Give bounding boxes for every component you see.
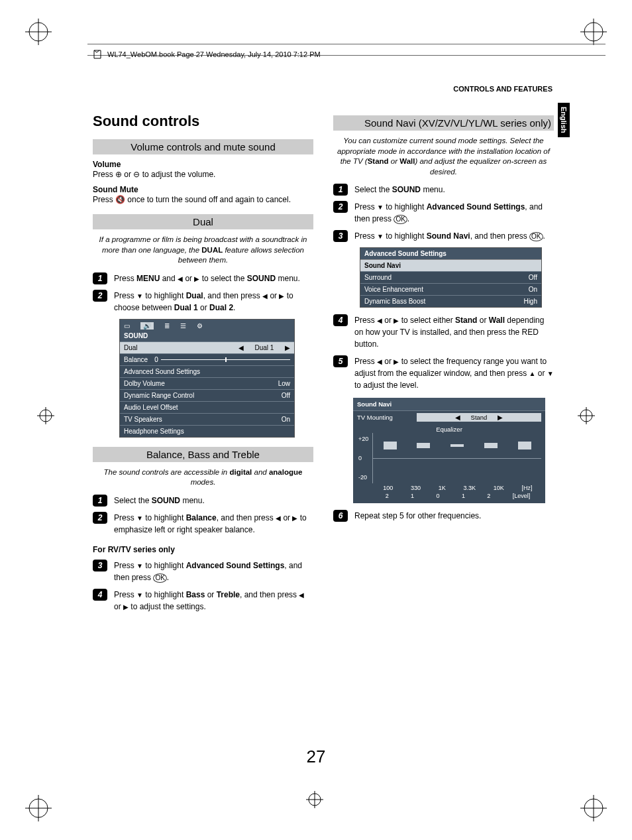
left-arrow-icon: ◀ bbox=[377, 317, 382, 324]
step-badge-2: 2 bbox=[93, 512, 107, 524]
osd-row-drc: Dynamic Range ControlOff bbox=[120, 389, 294, 401]
step-badge-1: 1 bbox=[93, 495, 107, 507]
balance-intro: The sound controls are accessible in dig… bbox=[93, 467, 313, 488]
cropmark-top-left-icon bbox=[25, 19, 52, 45]
right-column: Sound Navi (XV/ZV/VL/YL/WL series only) … bbox=[333, 113, 554, 618]
mute-text: Press 🔇 once to turn the sound off and a… bbox=[93, 194, 313, 205]
cropmark-top-right-icon bbox=[580, 19, 607, 45]
step-badge-5: 5 bbox=[333, 355, 348, 367]
left-arrow-icon: ◀ bbox=[276, 514, 281, 522]
book-tag-text: WL74_WebOM.book Page 27 Wednesday, July … bbox=[107, 50, 321, 58]
osd-row-dolby: Dolby VolumeLow bbox=[120, 377, 294, 389]
book-header-tag: WL74_WebOM.book Page 27 Wednesday, July … bbox=[93, 49, 321, 60]
sound-tab-icon: 🔊 bbox=[140, 322, 154, 330]
navi-step6: 6 Repeat step 5 for other frequencies. bbox=[333, 510, 554, 522]
ok-button-icon: OK bbox=[529, 232, 543, 241]
osd-adv-voice: Voice EnhancementOn bbox=[360, 283, 541, 295]
volume-header: Volume controls and mute sound bbox=[93, 139, 313, 154]
regmark-right-icon bbox=[578, 407, 595, 426]
cropmark-bottom-right-icon bbox=[580, 795, 607, 821]
step-badge-3: 3 bbox=[93, 560, 107, 571]
left-arrow-icon: ◀ bbox=[377, 358, 382, 365]
left-arrow-icon: ◀ bbox=[299, 591, 304, 599]
right-arrow-icon: ▶ bbox=[123, 603, 129, 611]
language-tab: English bbox=[558, 103, 570, 137]
osd-row-tvspk: TV SpeakersOn bbox=[120, 413, 294, 425]
main-title: Sound controls bbox=[93, 113, 313, 130]
step-badge-4: 4 bbox=[333, 314, 348, 326]
osd-row-hp: Headphone Settings bbox=[120, 425, 294, 437]
dual-header: Dual bbox=[93, 214, 313, 229]
osd-adv-title: Advanced Sound Settings bbox=[360, 248, 541, 259]
dual-step2: 2 Press ▼ to highlight Dual, and then pr… bbox=[93, 290, 313, 314]
step-badge-1: 1 bbox=[333, 184, 348, 196]
eq-yaxis: +20 0 -20 bbox=[357, 433, 372, 483]
vol-down-icon: ⊖ bbox=[133, 170, 140, 179]
osd-title: SOUND bbox=[120, 331, 294, 341]
down-arrow-icon: ▼ bbox=[136, 562, 143, 570]
mute-label: Sound Mute bbox=[93, 185, 313, 194]
osd-row-balance: Balance0 bbox=[120, 353, 294, 365]
picture-icon: ▭ bbox=[124, 322, 130, 330]
ok-button-icon: OK bbox=[394, 215, 407, 224]
page-number: 27 bbox=[0, 747, 632, 767]
dual-step1: 1 Press MENU and ◀ or ▶ to select the SO… bbox=[93, 272, 313, 284]
step-badge-2: 2 bbox=[93, 290, 107, 302]
balance-step3: 3 Press ▼ to highlight Advanced Sound Se… bbox=[93, 560, 313, 583]
ok-button-icon: OK bbox=[153, 573, 166, 583]
down-arrow-icon: ▼ bbox=[136, 514, 143, 522]
osd-adv-menu: Advanced Sound Settings Sound Navi Surro… bbox=[360, 247, 542, 308]
step-badge-2: 2 bbox=[333, 201, 348, 213]
sliders-icon: ☰ bbox=[180, 322, 186, 330]
book-icon bbox=[93, 49, 103, 60]
eq-bar-10k bbox=[518, 442, 531, 450]
eq-graph: +20 0 -20 bbox=[353, 433, 545, 483]
navi-step1: 1 Select the SOUND menu. bbox=[333, 184, 554, 196]
navi-intro: You can customize current sound mode set… bbox=[333, 136, 554, 177]
cropmark-bottom-left-icon bbox=[25, 795, 52, 821]
volume-label: Volume bbox=[93, 160, 313, 169]
step-badge-4: 4 bbox=[93, 589, 107, 601]
step-badge-3: 3 bbox=[333, 230, 348, 242]
dual-intro: If a programme or film is being broadcas… bbox=[93, 235, 313, 266]
osd-row-alo: Audio Level Offset bbox=[120, 401, 294, 413]
eq-title: Sound Navi bbox=[353, 398, 545, 410]
balance-header: Balance, Bass and Treble bbox=[93, 447, 313, 462]
navi-header: Sound Navi (XV/ZV/VL/YL/WL series only) bbox=[333, 115, 554, 131]
left-arrow-icon: ◀ bbox=[178, 275, 183, 282]
osd-adv-sub: Sound Navi bbox=[360, 259, 541, 271]
osd-adv-bass: Dynamic Bass BoostHigh bbox=[360, 295, 541, 307]
osd-row-dual: Dual◀ Dual 1 ▶ bbox=[120, 341, 294, 353]
eq-bar-330 bbox=[417, 443, 430, 448]
eq-mount-value: ◀ Stand ▶ bbox=[417, 413, 541, 422]
regmark-left-icon bbox=[37, 407, 54, 426]
eq-bar-1k bbox=[450, 444, 464, 447]
navi-step5: 5 Press ◀ or ▶ to select the frequency r… bbox=[333, 355, 554, 391]
mute-icon: 🔇 bbox=[115, 195, 125, 204]
osd-sound-menu: ▭ 🔊 ≣ ☰ ⚙ SOUND Dual◀ Dual 1 ▶ Balance0 … bbox=[119, 319, 295, 438]
eq-mount-row: TV Mounting ◀ Stand ▶ bbox=[353, 410, 545, 424]
down-arrow-icon: ▼ bbox=[136, 292, 143, 300]
eq-bar-3k3 bbox=[484, 443, 498, 448]
section-header: CONTROLS AND FEATURES bbox=[453, 85, 553, 93]
left-column: Sound controls Volume controls and mute … bbox=[93, 113, 313, 618]
balance-step2: 2 Press ▼ to highlight Balance, and then… bbox=[93, 512, 313, 536]
list-icon: ≣ bbox=[164, 322, 170, 330]
eq-subtitle: Equalizer bbox=[353, 424, 545, 433]
rv-header: For RV/TV series only bbox=[93, 545, 313, 554]
step-badge-1: 1 bbox=[93, 272, 107, 284]
down-arrow-icon: ▼ bbox=[377, 233, 384, 240]
up-arrow-icon: ▲ bbox=[529, 370, 535, 377]
gear-icon: ⚙ bbox=[197, 322, 203, 330]
navi-step4: 4 Press ◀ or ▶ to select either Stand or… bbox=[333, 314, 554, 350]
eq-levels: 21012[Level] bbox=[353, 491, 545, 499]
down-arrow-icon: ▼ bbox=[136, 591, 143, 599]
regmark-bottom-icon bbox=[306, 791, 323, 810]
left-arrow-icon: ◀ bbox=[262, 292, 268, 300]
step-badge-6: 6 bbox=[333, 510, 348, 522]
down-arrow-icon: ▼ bbox=[547, 370, 554, 377]
vol-up-icon: ⊕ bbox=[115, 170, 122, 179]
osd-adv-surround: SurroundOff bbox=[360, 271, 541, 283]
navi-step2: 2 Press ▼ to highlight Advanced Sound Se… bbox=[333, 201, 554, 225]
osd-icon-row: ▭ 🔊 ≣ ☰ ⚙ bbox=[120, 320, 294, 331]
